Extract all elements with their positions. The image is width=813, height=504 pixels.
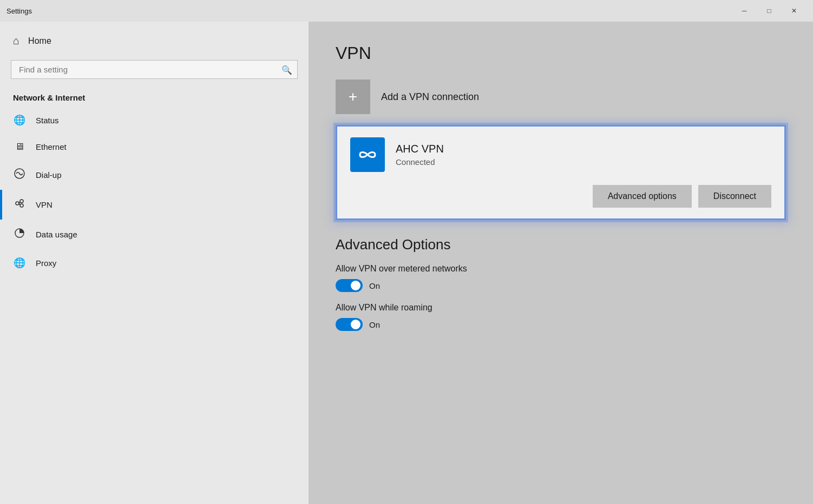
maximize-button[interactable]: □ xyxy=(757,0,782,22)
close-button[interactable]: ✕ xyxy=(782,0,807,22)
vpn-logo xyxy=(350,137,385,172)
home-icon: ⌂ xyxy=(13,35,19,47)
toggle-metered-thumb xyxy=(351,281,360,290)
vpn-card-header: AHC VPN Connected xyxy=(350,137,771,172)
sidebar-item-label-datausage: Data usage xyxy=(36,230,77,239)
add-vpn-label: Add a VPN connection xyxy=(381,91,479,103)
svg-point-2 xyxy=(20,200,23,203)
page-title: VPN xyxy=(336,43,786,63)
advanced-options-section: Advanced Options Allow VPN over metered … xyxy=(336,236,786,331)
vpn-card: AHC VPN Connected Advanced options Disco… xyxy=(336,125,786,220)
sidebar: ⌂ Home 🔍 Network & Internet 🌐 Status 🖥 E… xyxy=(0,22,309,504)
vpn-card-actions: Advanced options Disconnect xyxy=(350,185,771,208)
vpn-nav-icon xyxy=(13,197,26,212)
datausage-icon xyxy=(13,227,26,242)
window-controls: ─ □ ✕ xyxy=(732,0,807,22)
sidebar-item-label-vpn: VPN xyxy=(36,200,53,209)
sidebar-item-label-proxy: Proxy xyxy=(36,258,56,268)
content-area: VPN + Add a VPN connection AHC VPN Conne… xyxy=(309,22,813,504)
minimize-button[interactable]: ─ xyxy=(732,0,757,22)
toggle-roaming-thumb xyxy=(351,320,360,329)
svg-point-3 xyxy=(20,204,23,207)
toggle-row-roaming: Allow VPN while roaming On xyxy=(336,303,786,331)
sidebar-section-title: Network & Internet xyxy=(0,88,309,107)
svg-line-4 xyxy=(19,202,20,203)
svg-line-5 xyxy=(19,203,20,205)
sidebar-item-proxy[interactable]: 🌐 Proxy xyxy=(0,249,309,276)
toggle-metered-control: On xyxy=(336,279,786,292)
sidebar-item-dialup[interactable]: Dial-up xyxy=(0,160,309,190)
titlebar: Settings ─ □ ✕ xyxy=(0,0,813,22)
vpn-info: AHC VPN Connected xyxy=(396,143,444,167)
titlebar-title: Settings xyxy=(6,7,732,15)
vpn-name: AHC VPN xyxy=(396,143,444,155)
search-box: 🔍 xyxy=(11,60,298,79)
toggle-roaming-state: On xyxy=(369,320,380,329)
toggle-roaming-control: On xyxy=(336,318,786,331)
add-vpn-row: + Add a VPN connection xyxy=(336,79,786,114)
sidebar-item-home[interactable]: ⌂ Home xyxy=(0,27,309,55)
proxy-icon: 🌐 xyxy=(13,257,26,269)
add-vpn-button[interactable]: + xyxy=(336,79,370,114)
toggle-metered-track xyxy=(336,279,363,292)
toggle-row-metered: Allow VPN over metered networks On xyxy=(336,264,786,292)
sidebar-item-ethernet[interactable]: 🖥 Ethernet xyxy=(0,134,309,160)
toggle-roaming-switch[interactable] xyxy=(336,318,363,331)
svg-point-1 xyxy=(16,202,19,205)
toggle-metered-state: On xyxy=(369,281,380,290)
main-layout: ⌂ Home 🔍 Network & Internet 🌐 Status 🖥 E… xyxy=(0,22,813,504)
status-icon: 🌐 xyxy=(13,114,26,126)
toggle-roaming-track xyxy=(336,318,363,331)
vpn-status: Connected xyxy=(396,157,444,167)
sidebar-home-label: Home xyxy=(28,36,51,46)
sidebar-item-label-dialup: Dial-up xyxy=(36,170,62,180)
sidebar-item-label-ethernet: Ethernet xyxy=(36,142,67,151)
sidebar-item-datausage[interactable]: Data usage xyxy=(0,220,309,249)
dialup-icon xyxy=(13,168,26,182)
sidebar-item-vpn[interactable]: VPN xyxy=(0,190,309,220)
toggle-metered-label: Allow VPN over metered networks xyxy=(336,264,786,274)
search-input[interactable] xyxy=(11,60,298,79)
toggle-roaming-label: Allow VPN while roaming xyxy=(336,303,786,313)
sidebar-item-label-status: Status xyxy=(36,116,59,125)
advanced-options-title: Advanced Options xyxy=(336,236,786,253)
ethernet-icon: 🖥 xyxy=(13,141,26,152)
search-icon[interactable]: 🔍 xyxy=(281,64,292,75)
sidebar-item-status[interactable]: 🌐 Status xyxy=(0,107,309,134)
disconnect-button[interactable]: Disconnect xyxy=(698,185,771,208)
toggle-metered-switch[interactable] xyxy=(336,279,363,292)
advanced-options-button[interactable]: Advanced options xyxy=(593,185,692,208)
